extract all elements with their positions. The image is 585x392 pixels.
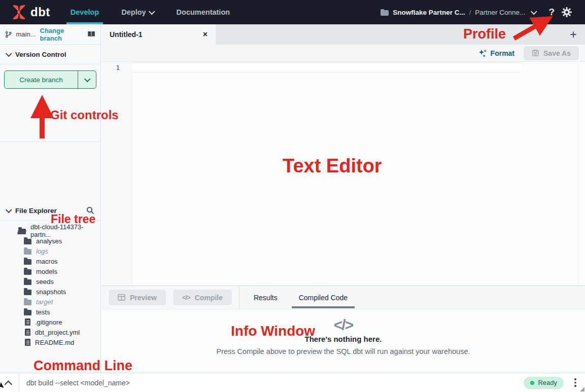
version-control-title: Version Control [15, 51, 66, 58]
annotation-command-line: Command Line [33, 358, 132, 374]
empty-state-title: There's nothing here. [101, 335, 585, 343]
branch-bar: main... Change branch [0, 24, 100, 45]
status-badge: Ready [524, 377, 564, 389]
compile-button[interactable]: </> Compile [173, 290, 232, 305]
code-icon: </> [101, 316, 585, 334]
bottom-panel-header: Preview </> Compile Results Compiled Cod… [101, 286, 585, 309]
tree-item-dbt-project-yml[interactable]: dbt_project.yml [0, 327, 100, 337]
info-window: </> There's nothing here. Press Compile … [101, 309, 585, 373]
tree-item-target[interactable]: target [0, 297, 100, 307]
current-line-highlight[interactable] [133, 62, 521, 73]
git-branch-icon [5, 30, 12, 39]
line-number-gutter: 1 [101, 62, 133, 286]
overflow-menu-icon[interactable] [571, 378, 580, 387]
folder-icon [381, 9, 389, 16]
left-sidebar: main... Change branch Version Control Cr… [0, 24, 101, 373]
docs-book-icon[interactable] [87, 30, 95, 38]
tree-item-tests[interactable]: tests [0, 307, 100, 317]
dbt-logo[interactable]: dbt [0, 5, 59, 20]
status-dot [530, 381, 534, 385]
nav-develop[interactable]: Develop [59, 0, 110, 24]
version-control-header[interactable]: Version Control [0, 45, 100, 64]
line-number: 1 [116, 64, 120, 72]
preview-button[interactable]: Preview [109, 290, 166, 305]
tab-results[interactable]: Results [247, 286, 285, 309]
folder-icon [24, 249, 31, 255]
tree-item-project-root[interactable]: dbt-cloud-114373-partn... [0, 226, 100, 236]
create-branch-caret[interactable] [78, 71, 96, 88]
nav-documentation[interactable]: Documentation [165, 0, 242, 24]
new-tab-button[interactable]: + [562, 24, 585, 45]
settings-gear-icon[interactable] [562, 7, 572, 17]
dbt-logo-icon [11, 5, 26, 20]
annotation-text-editor: Text Editor [283, 155, 382, 177]
file-tree: dbt-cloud-114373-partn... analyses logs … [0, 221, 100, 347]
chevron-down-icon [6, 208, 11, 213]
close-tab-icon[interactable]: × [203, 30, 208, 39]
account-name: Snowflake Partner C... [393, 9, 465, 16]
minimap-divider [578, 62, 578, 286]
resize-handle[interactable] [580, 387, 584, 391]
breadcrumb-separator: / [469, 9, 471, 16]
tree-item-gitignore[interactable]: .gitignore [0, 317, 100, 327]
project-name: Partner Conne... [475, 9, 525, 16]
save-as-button[interactable]: Save As [524, 46, 579, 60]
annotation-info-window: Info Window [231, 323, 315, 339]
command-input[interactable]: dbt build --select <model_name> [19, 379, 524, 387]
empty-state-subtitle: Press Compile above to preview the SQL d… [101, 347, 585, 355]
brand-name: dbt [30, 5, 50, 19]
annotation-git-controls: Git controls [50, 108, 119, 122]
file-icon [25, 318, 30, 326]
help-icon[interactable]: ? [548, 7, 555, 18]
preview-table-icon [118, 294, 125, 301]
change-branch-link[interactable]: Change branch [40, 27, 83, 42]
file-icon [25, 339, 30, 346]
dbt-cloud-ide: dbt Develop Deploy Documentation Snowfla… [0, 0, 585, 392]
sparkles-icon [478, 49, 487, 57]
folder-icon [24, 310, 31, 315]
folder-icon [24, 290, 31, 295]
tree-item-macros[interactable]: macros [0, 256, 100, 266]
chevron-down-icon [85, 77, 90, 82]
code-icon: </> [182, 294, 190, 301]
chevron-down-icon [531, 10, 536, 15]
format-button[interactable]: Format [478, 49, 514, 57]
annotation-file-tree: File tree [51, 212, 95, 226]
folder-open-icon [18, 229, 26, 234]
project-breadcrumb[interactable]: Snowflake Partner C... / Partner Conne..… [381, 9, 536, 16]
annotation-profile: Profile [463, 26, 506, 42]
version-control-body: Create branch [0, 64, 100, 142]
chevron-down-icon [149, 10, 154, 15]
folder-icon [24, 279, 31, 285]
save-floppy-icon [532, 49, 539, 57]
tab-label: Untitled-1 [110, 30, 198, 39]
editor-toolbar: Format Save As [101, 45, 585, 62]
nav-deploy[interactable]: Deploy [110, 0, 165, 24]
editor-tabstrip: Untitled-1 × + [101, 24, 585, 45]
tree-item-models[interactable]: models [0, 266, 100, 276]
command-line-bar: dbt build --select <model_name> Ready [0, 373, 585, 392]
tab-untitled-1[interactable]: Untitled-1 × [101, 24, 216, 45]
folder-icon [24, 259, 31, 265]
tree-item-logs[interactable]: logs [0, 246, 100, 256]
file-icon [25, 329, 30, 336]
create-branch-button[interactable]: Create branch [4, 70, 96, 89]
current-branch: main... [16, 30, 36, 38]
folder-icon [24, 300, 31, 305]
tab-compiled-code[interactable]: Compiled Code [292, 286, 355, 309]
tree-item-seeds[interactable]: seeds [0, 276, 100, 287]
tree-item-readme[interactable]: README.md [0, 337, 100, 347]
panel-divider [239, 286, 239, 309]
folder-icon [24, 269, 31, 275]
create-branch-label[interactable]: Create branch [5, 71, 78, 88]
tree-item-snapshots[interactable]: snapshots [0, 287, 100, 297]
chevron-down-icon [6, 52, 11, 57]
folder-icon [24, 239, 31, 244]
top-navbar: dbt Develop Deploy Documentation Snowfla… [0, 0, 585, 24]
